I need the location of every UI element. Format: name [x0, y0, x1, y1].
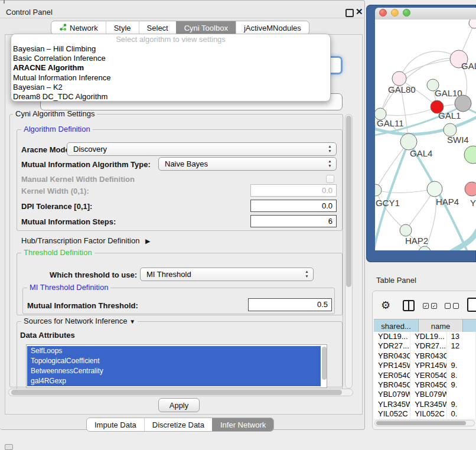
table-horizontal-scrollbar[interactable] [374, 420, 475, 426]
sources-title-text: Sources for Network Inference [24, 317, 128, 325]
column-header[interactable] [463, 319, 476, 332]
network-node[interactable] [455, 95, 471, 112]
column-header-shared[interactable]: shared... [374, 319, 419, 332]
close-panel-icon[interactable]: ✕ [356, 6, 363, 17]
network-node-label: GAL80 [388, 84, 416, 94]
cyni-settings-title: Cyni Algorithm Settings [13, 110, 97, 118]
table-settings-gear-icon[interactable]: ⚙ [381, 299, 390, 312]
table-row[interactable]: YER054CYER054C8. [374, 371, 476, 380]
attribute-item[interactable]: gal4RGexp [27, 376, 321, 386]
control-panel-tab-bar: NetworkStyleSelectCyni ToolboxjActiveMNo… [51, 21, 309, 35]
apply-button[interactable]: Apply [158, 398, 200, 412]
minimize-traffic-light[interactable] [391, 9, 399, 17]
aracne-mode-combo[interactable]: Discovery ▲▼ [67, 142, 337, 156]
hub-definition-expander[interactable]: Hub/Transcription Factor Definition ▶ [21, 236, 150, 245]
algorithm-option[interactable]: Basic Correlation Inference [11, 54, 330, 63]
tab-discretize-data[interactable]: Discretize Data [144, 418, 212, 431]
vertical-scroll-thumb[interactable] [346, 116, 351, 287]
algorithm-option[interactable]: Bayesian – K2 [11, 83, 330, 92]
mi-algorithm-type-combo[interactable]: Naive Bayes ▲▼ [158, 157, 337, 171]
dpi-tolerance-field[interactable]: 0.0 [250, 200, 337, 212]
table-row[interactable]: YBR045CYBR045C9. [374, 380, 476, 390]
algorithm-option[interactable]: Dream8 DC_TDC Algorithm [11, 92, 330, 102]
tab-impute-data[interactable]: Impute Data [87, 418, 144, 431]
which-threshold-combo[interactable]: MI Threshold ▲▼ [140, 268, 314, 281]
table-row[interactable]: YBL079WYBL079W [374, 390, 476, 399]
table-cell [447, 390, 476, 399]
attribute-item[interactable]: TopologicalCoefficient [27, 356, 321, 366]
table-row[interactable]: YLR345WYLR345W9. [374, 400, 476, 409]
network-edge[interactable] [380, 107, 437, 116]
select-all-icon[interactable]: ✓ ✓ [423, 303, 437, 309]
sources-title[interactable]: Sources for Network Inference ▼ [21, 317, 138, 326]
checked-box-icon: ✓ [423, 303, 429, 309]
document-icon[interactable] [467, 298, 476, 312]
network-node-gcy1[interactable] [375, 184, 382, 196]
network-node-hap4[interactable] [427, 181, 442, 197]
table-cell [447, 351, 476, 361]
tab-style[interactable]: Style [106, 21, 139, 34]
tab-cyni-toolbox[interactable]: Cyni Toolbox [176, 21, 236, 34]
tab-infer-network[interactable]: Infer Network [212, 418, 273, 431]
column-header-name[interactable]: name [419, 319, 463, 332]
algorithm-option[interactable]: Bayesian – Hill Climbing [11, 44, 330, 54]
data-attributes-list[interactable]: SelfLoopsTopologicalCoefficientBetweenne… [26, 344, 327, 388]
selected-attributes: SelfLoopsTopologicalCoefficientBetweenne… [27, 346, 321, 386]
table-cell: YDL19... [410, 332, 446, 341]
network-node[interactable] [469, 19, 476, 28]
kernel-width-field[interactable]: 0.0 [250, 184, 337, 197]
tab-network[interactable]: Network [51, 21, 106, 34]
network-node-y[interactable] [465, 182, 476, 196]
list-scrollbar-thumb[interactable] [322, 347, 327, 380]
kernel-width-label: Kernel Width (0,1): [21, 187, 89, 195]
close-traffic-light[interactable] [379, 9, 387, 17]
network-node[interactable] [464, 146, 476, 164]
tab-jactivemnodules[interactable]: jActiveMNodules [236, 21, 309, 34]
table-cell: YLR345W [374, 400, 410, 409]
select-none-icon[interactable] [445, 303, 459, 309]
network-edge[interactable] [376, 189, 435, 193]
network-node-label: GAL4 [410, 148, 432, 158]
unchecked-box-icon [453, 303, 459, 309]
algorithm-option[interactable]: ARACNE Algorithm [11, 63, 330, 73]
network-node-gal4[interactable] [400, 133, 417, 150]
table-row[interactable]: YDL19...YDL19...13 [374, 332, 476, 341]
table-row[interactable]: YBR043CYBR043C [374, 351, 476, 361]
table-row[interactable]: YIL052CYIL052C0. [374, 409, 476, 419]
manual-kernel-width-checkbox[interactable] [326, 175, 334, 183]
split-columns-icon[interactable] [403, 300, 415, 311]
zoom-traffic-light[interactable] [403, 9, 410, 17]
network-node-gal80[interactable] [392, 71, 406, 86]
control-panel-title: Control Panel [6, 8, 53, 17]
network-node-hap2[interactable] [400, 224, 412, 236]
settings-horizontal-scrollbar[interactable] [8, 389, 353, 396]
table-scroll-thumb[interactable] [376, 421, 466, 425]
checked-box-icon: ✓ [431, 303, 437, 309]
table-cell: YIL052C [374, 409, 410, 419]
network-graph[interactable]: GALGAL80GAL10GAL1GAL11SWI4GAL4GCY1HAP4YH… [375, 19, 476, 250]
table-cell: YDL19... [374, 332, 410, 341]
which-threshold-label: Which threshold to use: [50, 270, 137, 279]
network-window-titlebar[interactable] [375, 8, 476, 20]
table-cell: 0. [447, 409, 476, 419]
horizontal-scroll-thumb[interactable] [11, 390, 342, 395]
table-row[interactable]: YDR27...YDR27...12 [374, 341, 476, 351]
table-row[interactable]: YPR145WYPR145W9. [374, 361, 476, 370]
network-canvas[interactable]: GALGAL80GAL10GAL1GAL11SWI4GAL4GCY1HAP4YH… [375, 19, 476, 250]
algorithm-option[interactable]: Mutual Information Inference [11, 73, 330, 83]
table-cell: YPR145W [374, 361, 410, 370]
settings-vertical-scrollbar[interactable] [345, 114, 353, 389]
tab-select[interactable]: Select [139, 21, 176, 34]
collapsed-panel-icon[interactable] [5, 444, 13, 450]
network-edge-highlighted[interactable] [438, 229, 476, 250]
mi-threshold-definition-title: MI Threshold Definition [27, 283, 110, 292]
data-attributes-label: Data Attributes [20, 331, 75, 340]
mi-steps-field[interactable]: 6 [250, 215, 337, 227]
mi-threshold-field[interactable]: 0.5 [248, 298, 332, 311]
screen: Control Panel ✕ NetworkStyleSelectCyni T… [0, 0, 476, 450]
float-window-icon[interactable] [345, 9, 354, 17]
network-edge[interactable] [399, 51, 459, 79]
attribute-item[interactable]: SelfLoops [27, 346, 321, 356]
attribute-item[interactable]: BetweennessCentrality [27, 366, 321, 376]
network-edge[interactable] [399, 59, 459, 79]
